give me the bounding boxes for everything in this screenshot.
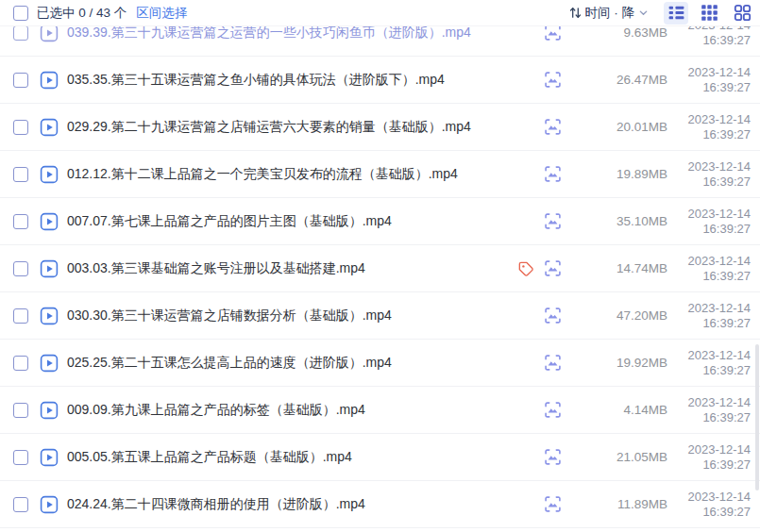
file-name[interactable]: 024.24.第二十四课微商相册的使用（进阶版）.mp4	[67, 496, 536, 513]
video-file-icon	[40, 495, 59, 514]
file-list: 039.39.第三十九课运营篇之运营的一些小技巧闲鱼币（进阶版）.mp4	[0, 9, 760, 528]
preview-thumbnail-icon[interactable]	[544, 212, 562, 230]
row-actions	[544, 354, 562, 372]
file-name[interactable]: 012.12.第十二课上品篇之一个完美宝贝发布的流程（基础版）.mp4	[67, 166, 536, 183]
file-row[interactable]: 009.09.第九课上品篇之产品的标签（基础版）.mp4	[0, 387, 760, 434]
range-select-link[interactable]: 区间选择	[136, 5, 187, 22]
sort-arrows-icon	[568, 6, 583, 20]
file-size: 4.14MB	[573, 403, 667, 417]
row-actions	[544, 401, 562, 419]
video-file-icon	[40, 307, 59, 325]
file-time: 16:39:27	[702, 222, 751, 236]
file-size: 19.92MB	[573, 356, 667, 370]
file-timestamp: 2023-12-14 16:39:27	[677, 207, 751, 237]
file-date: 2023-12-14	[688, 112, 752, 126]
row-actions	[544, 165, 562, 183]
preview-thumbnail-icon[interactable]	[544, 401, 562, 419]
row-checkbox[interactable]	[13, 403, 28, 418]
preview-thumbnail-icon[interactable]	[544, 165, 562, 183]
file-row[interactable]: 012.12.第十二课上品篇之一个完美宝贝发布的流程（基础版）.mp4	[0, 151, 760, 198]
file-size: 35.10MB	[573, 214, 667, 228]
sort-label: 时间 · 降	[585, 5, 635, 22]
file-timestamp: 2023-12-14 16:39:27	[677, 112, 751, 142]
file-row[interactable]: 030.30.第三十课运营篇之店铺数据分析（基础版）.mp4	[0, 292, 760, 340]
file-date: 2023-12-14	[688, 442, 752, 457]
tag-icon[interactable]	[517, 260, 534, 277]
row-checkbox[interactable]	[13, 25, 28, 41]
file-row[interactable]: 007.07.第七课上品篇之产品的图片主图（基础版）.mp4	[0, 198, 760, 245]
large-icon-view-icon[interactable]	[730, 2, 754, 25]
file-date: 2023-12-14	[688, 159, 752, 174]
file-timestamp: 2023-12-14 16:39:27	[677, 159, 751, 190]
row-checkbox[interactable]	[13, 261, 28, 276]
file-time: 16:39:27	[702, 316, 751, 330]
file-size: 20.01MB	[573, 120, 667, 134]
row-actions	[517, 259, 562, 277]
file-size: 9.63MB	[573, 25, 667, 40]
selection-toolbar: 已选中 0 / 43 个 区间选择 时间 · 降	[0, 0, 760, 26]
row-actions	[544, 212, 562, 230]
file-size: 47.20MB	[573, 308, 667, 323]
row-checkbox[interactable]	[13, 120, 28, 135]
file-date: 2023-12-14	[688, 395, 752, 409]
select-all-checkbox[interactable]	[13, 6, 28, 21]
grid-view-icon[interactable]	[697, 2, 721, 25]
file-row[interactable]: 035.35.第三十五课运营篇之鱼小铺的具体玩法（进阶版下）.mp4	[0, 57, 760, 104]
file-name[interactable]: 007.07.第七课上品篇之产品的图片主图（基础版）.mp4	[67, 213, 536, 230]
row-checkbox[interactable]	[13, 214, 28, 229]
video-file-icon	[40, 259, 59, 278]
preview-thumbnail-icon[interactable]	[544, 307, 562, 324]
preview-thumbnail-icon[interactable]	[544, 71, 562, 89]
file-time: 16:39:27	[702, 505, 751, 519]
file-name[interactable]: 003.03.第三课基础篇之账号注册以及基础搭建.mp4	[67, 260, 510, 277]
list-view-icon[interactable]	[664, 2, 688, 25]
preview-thumbnail-icon[interactable]	[544, 118, 562, 136]
row-checkbox[interactable]	[13, 450, 28, 465]
file-size: 21.05MB	[573, 450, 667, 464]
sort-control[interactable]: 时间 · 降	[568, 5, 650, 22]
row-checkbox[interactable]	[13, 497, 28, 512]
file-name[interactable]: 025.25.第二十五课怎么提高上品的速度（进阶版）.mp4	[67, 355, 536, 372]
row-checkbox[interactable]	[13, 308, 28, 324]
file-name[interactable]: 030.30.第三十课运营篇之店铺数据分析（基础版）.mp4	[67, 308, 536, 324]
file-size: 14.74MB	[573, 261, 667, 275]
file-timestamp: 2023-12-14 16:39:27	[677, 442, 751, 473]
preview-thumbnail-icon[interactable]	[544, 354, 562, 372]
row-checkbox[interactable]	[13, 167, 28, 182]
video-file-icon	[40, 354, 59, 373]
file-time: 16:39:27	[702, 363, 751, 377]
file-row[interactable]: 025.25.第二十五课怎么提高上品的速度（进阶版）.mp4	[0, 340, 760, 387]
file-name[interactable]: 035.35.第三十五课运营篇之鱼小铺的具体玩法（进阶版下）.mp4	[67, 72, 536, 89]
file-name[interactable]: 009.09.第九课上品篇之产品的标签（基础版）.mp4	[67, 402, 536, 419]
file-size: 26.47MB	[573, 73, 667, 87]
row-actions	[544, 307, 562, 324]
preview-thumbnail-icon[interactable]	[544, 259, 562, 277]
file-date: 2023-12-14	[688, 207, 752, 221]
file-time: 16:39:27	[702, 175, 751, 189]
file-date: 2023-12-14	[688, 348, 752, 362]
selection-count-label: 已选中 0 / 43 个	[37, 5, 127, 22]
file-row[interactable]: 029.29.第二十九课运营篇之店铺运营六大要素的销量（基础版）.mp4	[0, 104, 760, 151]
row-actions	[544, 71, 562, 89]
file-timestamp: 2023-12-14 16:39:27	[677, 348, 751, 378]
view-mode-toggle	[664, 2, 754, 25]
row-checkbox[interactable]	[13, 73, 28, 88]
file-row[interactable]: 005.05.第五课上品篇之产品标题（基础版）.mp4	[0, 434, 760, 481]
file-name[interactable]: 039.39.第三十九课运营篇之运营的一些小技巧闲鱼币（进阶版）.mp4	[67, 25, 536, 42]
file-manager-window: 039.39.第三十九课运营篇之运营的一些小技巧闲鱼币（进阶版）.mp4	[0, 0, 760, 532]
file-name[interactable]: 029.29.第二十九课运营篇之店铺运营六大要素的销量（基础版）.mp4	[67, 119, 536, 136]
preview-thumbnail-icon[interactable]	[544, 495, 562, 513]
scrollbar-thumb[interactable]	[755, 344, 759, 490]
file-time: 16:39:27	[702, 33, 751, 47]
file-row[interactable]: 003.03.第三课基础篇之账号注册以及基础搭建.mp4	[0, 245, 760, 292]
preview-thumbnail-icon[interactable]	[544, 448, 562, 466]
video-file-icon	[40, 212, 59, 231]
file-timestamp: 2023-12-14 16:39:27	[677, 65, 751, 95]
row-actions	[544, 495, 562, 513]
file-time: 16:39:27	[702, 127, 751, 141]
row-checkbox[interactable]	[13, 356, 28, 371]
video-file-icon	[40, 448, 59, 467]
file-name[interactable]: 005.05.第五课上品篇之产品标题（基础版）.mp4	[67, 449, 536, 466]
file-row[interactable]: 024.24.第二十四课微商相册的使用（进阶版）.mp4	[0, 481, 760, 528]
file-time: 16:39:27	[702, 457, 751, 472]
